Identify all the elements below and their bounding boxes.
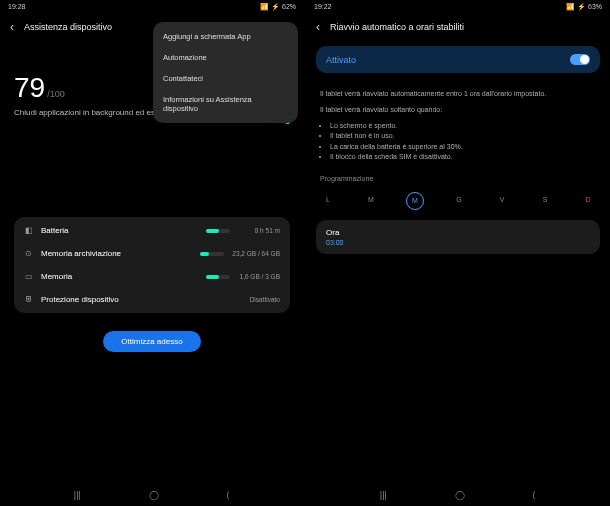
score-value: 79	[14, 72, 45, 103]
cond-battery-30: La carica della batteria è superiore al …	[330, 142, 596, 153]
row-value: 8 h 51 m	[238, 227, 280, 234]
day-mon[interactable]: L	[320, 192, 336, 208]
memory-icon: ▭	[24, 272, 33, 281]
nav-recents-icon[interactable]: |||	[380, 490, 387, 500]
menu-automation[interactable]: Automazione	[153, 47, 298, 68]
status-time: 19:28	[8, 3, 26, 11]
toggle-label: Attivato	[326, 55, 356, 65]
memory-bar	[206, 275, 230, 279]
row-value: 23,2 GB / 64 GB	[232, 250, 280, 257]
back-icon[interactable]: ‹	[316, 20, 320, 34]
conditions-list: Lo schermo è spento. Il tablet non è in …	[306, 121, 610, 163]
menu-add-to-apps[interactable]: Aggiungi a schermata App	[153, 26, 298, 47]
time-label: Ora	[326, 228, 590, 237]
optimize-button[interactable]: Ottimizza adesso	[103, 331, 200, 352]
nav-home-icon[interactable]: ◯	[149, 490, 159, 500]
toggle-switch[interactable]	[570, 54, 590, 65]
shield-icon: ⛨	[24, 295, 33, 304]
row-label: Batteria	[41, 226, 198, 235]
row-label: Protezione dispositivo	[41, 295, 230, 304]
row-storage[interactable]: ⊙ Memoria archiviazione 23,2 GB / 64 GB	[14, 242, 290, 265]
cond-sim-unlocked: Il blocco della scheda SIM è disattivato…	[330, 152, 596, 163]
row-label: Memoria archiviazione	[41, 249, 192, 258]
nav-home-icon[interactable]: ◯	[455, 490, 465, 500]
battery-icon: ◧	[24, 226, 33, 235]
day-sun[interactable]: D	[580, 192, 596, 208]
nav-bar: ||| ◯ ⟨	[306, 484, 610, 506]
day-wed[interactable]: M	[406, 192, 424, 210]
storage-bar	[200, 252, 224, 256]
day-picker: L M M G V S D	[306, 188, 610, 220]
cond-not-in-use: Il tablet non è in uso.	[330, 131, 596, 142]
info-line-2: Il tablet verrà riavviato soltanto quand…	[306, 105, 610, 121]
header: ‹ Riavvio automatico a orari stabiliti	[306, 14, 610, 40]
time-value: 03:00	[326, 239, 590, 246]
screen-auto-restart: 19:22 📶 ⚡ 63% ‹ Riavvio automatico a ora…	[306, 0, 610, 506]
score-max: /100	[47, 89, 65, 99]
day-fri[interactable]: V	[494, 192, 510, 208]
overflow-menu: Aggiungi a schermata App Automazione Con…	[153, 22, 298, 123]
status-cards: ◧ Batteria 8 h 51 m ⊙ Memoria archiviazi…	[14, 217, 290, 313]
day-tue[interactable]: M	[363, 192, 379, 208]
status-time: 19:22	[314, 3, 332, 11]
info-line-1: Il tablet verrà riavviato automaticament…	[306, 79, 610, 105]
status-battery: 📶 ⚡ 63%	[566, 3, 602, 11]
cond-screen-off: Lo schermo è spento.	[330, 121, 596, 132]
page-title: Riavvio automatico a orari stabiliti	[330, 22, 464, 32]
enable-banner[interactable]: Attivato	[316, 46, 600, 73]
storage-icon: ⊙	[24, 249, 33, 258]
time-row[interactable]: Ora 03:00	[316, 220, 600, 254]
screen-device-care: 19:28 📶 ⚡ 62% ‹ Assistenza dispositivo A…	[0, 0, 304, 506]
row-memory[interactable]: ▭ Memoria 1,6 GB / 3 GB	[14, 265, 290, 288]
menu-about[interactable]: Informazioni su Assistenza dispositivo	[153, 89, 298, 119]
row-value: 1,6 GB / 3 GB	[238, 273, 280, 280]
row-battery[interactable]: ◧ Batteria 8 h 51 m	[14, 219, 290, 242]
back-icon[interactable]: ‹	[10, 20, 14, 34]
day-sat[interactable]: S	[537, 192, 553, 208]
menu-contact-us[interactable]: Contattateci	[153, 68, 298, 89]
row-label: Memoria	[41, 272, 198, 281]
nav-back-icon[interactable]: ⟨	[226, 490, 230, 500]
nav-back-icon[interactable]: ⟨	[532, 490, 536, 500]
status-battery: 📶 ⚡ 62%	[260, 3, 296, 11]
nav-bar: ||| ◯ ⟨	[0, 484, 304, 506]
row-value: Disattivato	[238, 296, 280, 303]
status-bar: 19:28 📶 ⚡ 62%	[0, 0, 304, 14]
status-bar: 19:22 📶 ⚡ 63%	[306, 0, 610, 14]
page-title: Assistenza dispositivo	[24, 22, 112, 32]
day-thu[interactable]: G	[451, 192, 467, 208]
row-security[interactable]: ⛨ Protezione dispositivo Disattivato	[14, 288, 290, 311]
nav-recents-icon[interactable]: |||	[74, 490, 81, 500]
battery-bar	[206, 229, 230, 233]
schedule-label: Programmazione	[306, 163, 610, 188]
